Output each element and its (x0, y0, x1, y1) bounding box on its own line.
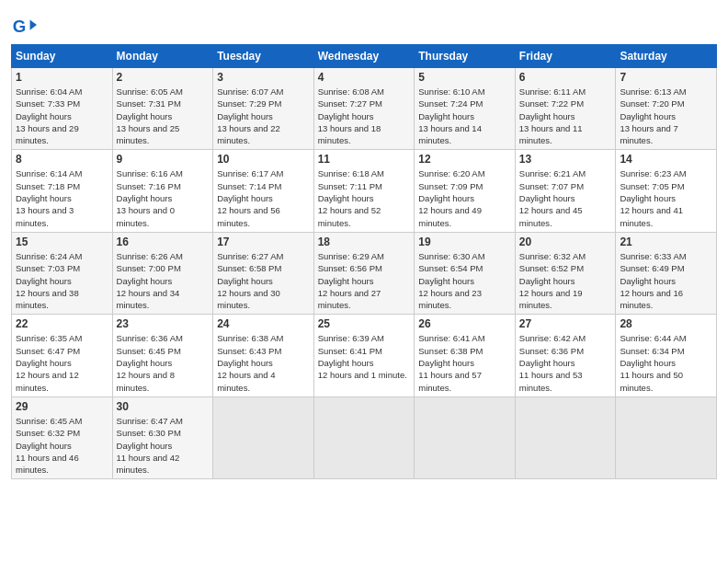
day-number: 11 (318, 153, 411, 166)
day-info: Sunrise: 6:04 AMSunset: 7:33 PMDaylight … (16, 86, 108, 146)
day-number: 14 (620, 153, 712, 166)
day-info: Sunrise: 6:21 AMSunset: 7:07 PMDaylight … (519, 167, 612, 228)
day-info: Sunrise: 6:11 AMSunset: 7:22 PMDaylight … (519, 86, 612, 146)
day-number: 3 (217, 71, 310, 84)
day-info: Sunrise: 6:24 AMSunset: 7:03 PMDaylight … (16, 250, 108, 311)
day-info: Sunrise: 6:23 AMSunset: 7:05 PMDaylight … (620, 167, 712, 228)
weekday-header-thursday: Thursday (415, 45, 516, 68)
day-number: 29 (16, 400, 108, 413)
day-cell: 7Sunrise: 6:13 AMSunset: 7:20 PMDaylight… (616, 68, 717, 150)
day-number: 30 (117, 400, 210, 413)
logo-icon: G (11, 13, 37, 39)
day-info: Sunrise: 6:45 AMSunset: 6:32 PMDaylight … (16, 415, 108, 476)
day-info: Sunrise: 6:47 AMSunset: 6:30 PMDaylight … (117, 415, 210, 476)
day-cell: 17Sunrise: 6:27 AMSunset: 6:58 PMDayligh… (213, 232, 314, 314)
day-cell: 30Sunrise: 6:47 AMSunset: 6:30 PMDayligh… (112, 396, 213, 478)
day-info: Sunrise: 6:35 AMSunset: 6:47 PMDaylight … (16, 332, 108, 393)
day-number: 25 (318, 317, 411, 330)
weekday-header-row: SundayMondayTuesdayWednesdayThursdayFrid… (12, 45, 717, 68)
day-cell: 11Sunrise: 6:18 AMSunset: 7:11 PMDayligh… (313, 150, 415, 232)
day-number: 16 (117, 236, 210, 248)
day-cell: 10Sunrise: 6:17 AMSunset: 7:14 PMDayligh… (213, 150, 314, 232)
day-info: Sunrise: 6:13 AMSunset: 7:20 PMDaylight … (620, 86, 712, 146)
day-cell (213, 396, 314, 478)
day-cell: 2Sunrise: 6:05 AMSunset: 7:31 PMDaylight… (112, 68, 213, 150)
day-info: Sunrise: 6:17 AMSunset: 7:14 PMDaylight … (217, 167, 310, 228)
day-info: Sunrise: 6:27 AMSunset: 6:58 PMDaylight … (217, 250, 310, 311)
day-info: Sunrise: 6:14 AMSunset: 7:18 PMDaylight … (16, 167, 108, 228)
day-info: Sunrise: 6:41 AMSunset: 6:38 PMDaylight … (418, 332, 511, 393)
day-cell: 25Sunrise: 6:39 AMSunset: 6:41 PMDayligh… (313, 315, 415, 396)
weekday-header-friday: Friday (515, 45, 616, 68)
day-cell: 22Sunrise: 6:35 AMSunset: 6:47 PMDayligh… (12, 315, 113, 396)
day-info: Sunrise: 6:32 AMSunset: 6:52 PMDaylight … (519, 250, 612, 311)
day-cell (313, 396, 415, 478)
day-info: Sunrise: 6:33 AMSunset: 6:49 PMDaylight … (620, 250, 712, 311)
week-row-2: 8Sunrise: 6:14 AMSunset: 7:18 PMDaylight… (12, 150, 717, 232)
week-row-3: 15Sunrise: 6:24 AMSunset: 7:03 PMDayligh… (12, 232, 717, 314)
calendar-container: G SundayMondayTuesdayWednesdayThursdayFr… (0, 0, 728, 488)
calendar-table: SundayMondayTuesdayWednesdayThursdayFrid… (11, 44, 717, 479)
day-info: Sunrise: 6:44 AMSunset: 6:34 PMDaylight … (620, 332, 712, 393)
day-number: 1 (16, 71, 108, 84)
day-cell: 12Sunrise: 6:20 AMSunset: 7:09 PMDayligh… (415, 150, 516, 232)
day-number: 10 (217, 153, 310, 166)
day-info: Sunrise: 6:16 AMSunset: 7:16 PMDaylight … (117, 167, 210, 228)
day-info: Sunrise: 6:08 AMSunset: 7:27 PMDaylight … (318, 86, 411, 146)
day-cell: 21Sunrise: 6:33 AMSunset: 6:49 PMDayligh… (616, 232, 717, 314)
week-row-5: 29Sunrise: 6:45 AMSunset: 6:32 PMDayligh… (12, 396, 717, 478)
day-info: Sunrise: 6:07 AMSunset: 7:29 PMDaylight … (217, 86, 310, 146)
day-cell (616, 396, 717, 478)
weekday-header-tuesday: Tuesday (213, 45, 314, 68)
day-number: 24 (217, 317, 310, 330)
day-cell: 9Sunrise: 6:16 AMSunset: 7:16 PMDaylight… (112, 150, 213, 232)
day-info: Sunrise: 6:29 AMSunset: 6:56 PMDaylight … (318, 250, 411, 311)
day-info: Sunrise: 6:05 AMSunset: 7:31 PMDaylight … (117, 86, 210, 146)
day-info: Sunrise: 6:38 AMSunset: 6:43 PMDaylight … (217, 332, 310, 393)
weekday-header-saturday: Saturday (616, 45, 717, 68)
day-cell: 23Sunrise: 6:36 AMSunset: 6:45 PMDayligh… (112, 315, 213, 396)
day-cell: 15Sunrise: 6:24 AMSunset: 7:03 PMDayligh… (12, 232, 113, 314)
day-cell: 16Sunrise: 6:26 AMSunset: 7:00 PMDayligh… (112, 232, 213, 314)
day-cell: 4Sunrise: 6:08 AMSunset: 7:27 PMDaylight… (313, 68, 415, 150)
day-number: 7 (620, 71, 712, 84)
day-number: 2 (117, 71, 210, 84)
day-cell: 19Sunrise: 6:30 AMSunset: 6:54 PMDayligh… (415, 232, 516, 314)
day-number: 28 (620, 317, 712, 330)
day-cell: 8Sunrise: 6:14 AMSunset: 7:18 PMDaylight… (12, 150, 113, 232)
day-cell: 20Sunrise: 6:32 AMSunset: 6:52 PMDayligh… (515, 232, 616, 314)
day-info: Sunrise: 6:39 AMSunset: 6:41 PMDaylight … (318, 332, 411, 381)
day-number: 12 (418, 153, 511, 166)
day-info: Sunrise: 6:18 AMSunset: 7:11 PMDaylight … (318, 167, 411, 228)
week-row-1: 1Sunrise: 6:04 AMSunset: 7:33 PMDaylight… (12, 68, 717, 150)
week-row-4: 22Sunrise: 6:35 AMSunset: 6:47 PMDayligh… (12, 315, 717, 396)
weekday-header-monday: Monday (112, 45, 213, 68)
day-number: 27 (519, 317, 612, 330)
logo: G (11, 13, 40, 39)
day-number: 13 (519, 153, 612, 166)
day-number: 8 (16, 153, 108, 166)
day-number: 23 (117, 317, 210, 330)
day-number: 15 (16, 236, 108, 248)
day-info: Sunrise: 6:36 AMSunset: 6:45 PMDaylight … (117, 332, 210, 393)
day-cell: 1Sunrise: 6:04 AMSunset: 7:33 PMDaylight… (12, 68, 113, 150)
day-number: 9 (117, 153, 210, 166)
day-cell: 5Sunrise: 6:10 AMSunset: 7:24 PMDaylight… (415, 68, 516, 150)
day-cell: 13Sunrise: 6:21 AMSunset: 7:07 PMDayligh… (515, 150, 616, 232)
day-number: 22 (16, 317, 108, 330)
day-number: 6 (519, 71, 612, 84)
day-cell: 3Sunrise: 6:07 AMSunset: 7:29 PMDaylight… (213, 68, 314, 150)
day-number: 4 (318, 71, 411, 84)
day-info: Sunrise: 6:10 AMSunset: 7:24 PMDaylight … (418, 86, 511, 146)
day-info: Sunrise: 6:30 AMSunset: 6:54 PMDaylight … (418, 250, 511, 311)
day-cell (415, 396, 516, 478)
weekday-header-sunday: Sunday (12, 45, 113, 68)
day-cell: 24Sunrise: 6:38 AMSunset: 6:43 PMDayligh… (213, 315, 314, 396)
day-number: 26 (418, 317, 511, 330)
day-info: Sunrise: 6:20 AMSunset: 7:09 PMDaylight … (418, 167, 511, 228)
day-cell: 18Sunrise: 6:29 AMSunset: 6:56 PMDayligh… (313, 232, 415, 314)
day-cell: 26Sunrise: 6:41 AMSunset: 6:38 PMDayligh… (415, 315, 516, 396)
day-cell: 27Sunrise: 6:42 AMSunset: 6:36 PMDayligh… (515, 315, 616, 396)
day-info: Sunrise: 6:26 AMSunset: 7:00 PMDaylight … (117, 250, 210, 311)
day-cell: 28Sunrise: 6:44 AMSunset: 6:34 PMDayligh… (616, 315, 717, 396)
